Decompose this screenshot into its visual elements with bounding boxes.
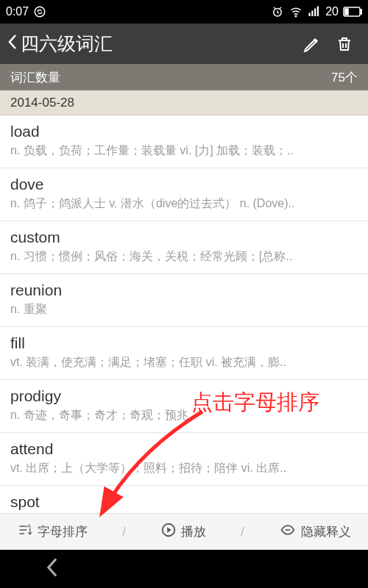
word-item[interactable]: spot <box>0 486 368 511</box>
toolbar-separator: / <box>122 525 126 539</box>
play-button[interactable]: 播放 <box>160 522 206 542</box>
toolbar-separator: / <box>241 525 244 539</box>
word-item[interactable]: loadn. 负载，负荷；工作量；装载量 vi. [力] 加载；装载；.. <box>0 115 368 168</box>
titlebar: 四六级词汇 <box>0 24 368 64</box>
date-section: 2014-05-28 <box>0 90 368 115</box>
word-definition: n. 重聚 <box>10 302 358 318</box>
alarm-icon <box>271 5 284 18</box>
word-headword: spot <box>10 493 358 511</box>
hide-label: 隐藏释义 <box>301 523 351 540</box>
svg-point-0 <box>35 7 45 17</box>
sort-icon: A <box>17 523 33 541</box>
nav-back-button[interactable] <box>44 557 60 581</box>
word-item[interactable]: fillvt. 装满，使充满；满足；堵塞；任职 vi. 被充满，膨.. <box>0 327 368 380</box>
word-definition: vt. 装满，使充满；满足；堵塞；任职 vi. 被充满，膨.. <box>10 355 358 370</box>
word-headword: reunion <box>10 282 358 299</box>
svg-text:A: A <box>28 523 32 528</box>
word-item[interactable]: attendvt. 出席；上（大学等）；照料；招待；陪伴 vi. 出席.. <box>0 433 368 486</box>
signal-icon <box>308 5 321 18</box>
svg-rect-8 <box>361 10 362 14</box>
status-bar: 0:07 20 <box>0 0 368 24</box>
back-chevron-icon[interactable] <box>7 32 18 55</box>
word-item[interactable]: doven. 鸽子；鸽派人士 v. 潜水（dive的过去式） n. (Dove)… <box>0 168 368 221</box>
count-row: 词汇数量 75个 <box>0 64 368 90</box>
word-headword: dove <box>10 176 358 193</box>
word-headword: custom <box>10 229 358 246</box>
svg-rect-9 <box>345 9 348 15</box>
word-headword: fill <box>10 334 358 352</box>
word-definition: n. 鸽子；鸽派人士 v. 潜水（dive的过去式） n. (Dove).. <box>10 196 358 212</box>
play-icon <box>160 522 177 542</box>
word-list[interactable]: loadn. 负载，负荷；工作量；装载量 vi. [力] 加载；装载；..dov… <box>0 115 368 513</box>
word-definition: n. 习惯；惯例；风俗；海关，关税；经常光顾；[总称.. <box>10 249 358 265</box>
sort-label: 字母排序 <box>38 523 88 540</box>
svg-rect-6 <box>317 7 319 17</box>
word-headword: attend <box>10 440 358 458</box>
sort-alpha-button[interactable]: A 字母排序 <box>17 523 88 541</box>
hide-definition-button[interactable]: 隐藏释义 <box>279 523 351 541</box>
status-time: 0:07 <box>6 5 29 18</box>
eye-hide-icon <box>279 523 297 541</box>
word-definition: n. 负载，负荷；工作量；装载量 vi. [力] 加载；装载；.. <box>10 143 358 159</box>
word-item[interactable]: customn. 习惯；惯例；风俗；海关，关税；经常光顾；[总称.. <box>0 221 368 274</box>
word-definition: n. 奇迹，奇事；奇才；奇观；预兆 <box>10 408 358 423</box>
edit-button[interactable] <box>296 28 328 60</box>
word-headword: prodigy <box>10 387 358 405</box>
bottom-toolbar: A 字母排序 / 播放 / 隐藏释义 <box>0 513 368 550</box>
battery-icon <box>343 7 362 17</box>
svg-rect-4 <box>311 11 313 17</box>
wifi-icon <box>289 5 303 18</box>
word-item[interactable]: prodigyn. 奇迹，奇事；奇才；奇观；预兆 <box>0 380 368 433</box>
delete-button[interactable] <box>328 28 361 60</box>
page-title: 四六级词汇 <box>21 32 296 56</box>
svg-rect-5 <box>314 9 316 17</box>
play-label: 播放 <box>181 523 206 540</box>
system-navbar <box>0 550 368 588</box>
svg-rect-3 <box>309 13 311 17</box>
sync-icon <box>33 5 46 18</box>
battery-level: 20 <box>325 5 339 18</box>
svg-point-2 <box>295 15 297 17</box>
count-value: 75个 <box>331 69 358 86</box>
word-item[interactable]: reunionn. 重聚 <box>0 274 368 327</box>
count-label: 词汇数量 <box>10 69 60 86</box>
word-definition: vt. 出席；上（大学等）；照料；招待；陪伴 vi. 出席.. <box>10 461 358 476</box>
word-headword: load <box>10 123 358 140</box>
